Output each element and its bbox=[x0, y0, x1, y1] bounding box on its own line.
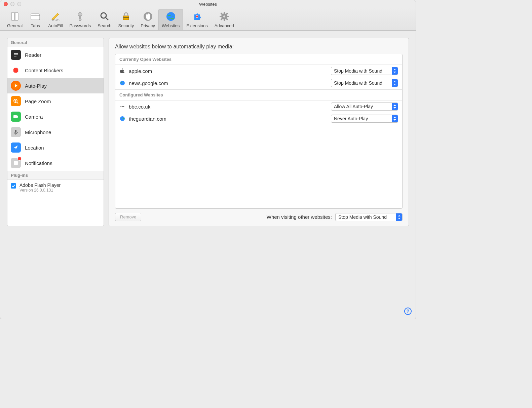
sidebar-item-auto-play[interactable]: Auto-Play bbox=[7, 78, 104, 93]
microphone-icon bbox=[11, 127, 21, 137]
svg-point-20 bbox=[223, 15, 225, 17]
select-value: Allow All Auto-Play bbox=[334, 104, 373, 109]
tab-general[interactable]: General bbox=[4, 9, 26, 30]
gear-icon bbox=[218, 10, 230, 23]
globe-favicon bbox=[119, 116, 125, 122]
plugin-info: Adobe Flash Player Version 26.0.0.131 bbox=[20, 182, 61, 193]
apple-favicon bbox=[119, 68, 125, 74]
window-title: Websites bbox=[0, 2, 416, 7]
tab-extensions[interactable]: Extensions bbox=[183, 9, 211, 30]
tab-label: Search bbox=[98, 23, 111, 28]
open-websites-header: Currently Open Websites bbox=[115, 54, 402, 65]
website-domain: apple.com bbox=[129, 68, 328, 74]
website-setting-select[interactable]: Stop Media with Sound bbox=[331, 79, 398, 87]
window-icon bbox=[29, 10, 41, 23]
svg-rect-43 bbox=[14, 161, 18, 165]
help-button[interactable]: ? bbox=[404, 308, 412, 315]
tab-label: Advanced bbox=[215, 23, 234, 28]
tab-label: Privacy bbox=[141, 23, 155, 28]
sidebar-section-general: General bbox=[7, 38, 104, 47]
website-setting-select[interactable]: Allow All Auto-Play bbox=[331, 103, 398, 111]
other-websites-label: When visiting other websites: bbox=[267, 214, 332, 220]
tab-tabs[interactable]: Tabs bbox=[26, 9, 45, 30]
remove-button[interactable]: Remove bbox=[115, 213, 141, 221]
svg-rect-9 bbox=[79, 19, 82, 20]
plugin-row-flash[interactable]: Adobe Flash Player Version 26.0.0.131 bbox=[7, 180, 104, 195]
svg-rect-38 bbox=[13, 115, 17, 118]
plugin-name: Adobe Flash Player bbox=[20, 182, 61, 188]
notification-badge bbox=[17, 157, 22, 161]
sidebar-item-camera[interactable]: Camera bbox=[7, 109, 104, 124]
tab-security[interactable]: Security bbox=[115, 9, 137, 30]
other-websites-control: When visiting other websites: Stop Media… bbox=[267, 213, 403, 221]
tab-passwords[interactable]: Passwords bbox=[66, 9, 94, 30]
sidebar-item-location[interactable]: Location bbox=[7, 140, 104, 155]
tab-search[interactable]: Search bbox=[94, 9, 115, 30]
bbc-favicon: BBC bbox=[119, 104, 125, 110]
camera-icon bbox=[11, 112, 21, 122]
sidebar-item-label: Auto-Play bbox=[25, 83, 47, 89]
settings-sidebar: General Reader Content Blockers Auto-Pla… bbox=[7, 38, 104, 226]
svg-rect-2 bbox=[31, 14, 40, 20]
website-row-guardian[interactable]: theguardian.com Never Auto-Play bbox=[115, 113, 402, 125]
sidebar-item-reader[interactable]: Reader bbox=[7, 47, 104, 63]
configured-websites-header: Configured Websites bbox=[115, 89, 402, 100]
svg-marker-32 bbox=[13, 68, 18, 73]
sidebar-item-label: Camera bbox=[25, 114, 43, 120]
website-row-bbc[interactable]: BBC bbc.co.uk Allow All Auto-Play bbox=[115, 100, 402, 113]
tab-label: Websites bbox=[162, 23, 180, 28]
svg-line-25 bbox=[221, 13, 222, 14]
select-stepper-icon bbox=[396, 213, 402, 221]
svg-rect-1 bbox=[14, 13, 15, 20]
magnifier-icon bbox=[99, 10, 111, 23]
button-label: Remove bbox=[120, 214, 136, 219]
tab-label: AutoFill bbox=[48, 23, 63, 28]
switch-icon bbox=[9, 10, 21, 23]
website-row-apple[interactable]: apple.com Stop Media with Sound bbox=[115, 65, 402, 77]
sidebar-item-content-blockers[interactable]: Content Blockers bbox=[7, 63, 104, 78]
svg-marker-42 bbox=[14, 146, 18, 150]
select-value: Stop Media with Sound bbox=[334, 80, 382, 86]
website-setting-select[interactable]: Never Auto-Play bbox=[331, 115, 398, 123]
hand-icon bbox=[142, 10, 154, 23]
website-row-news-google[interactable]: news.google.com Stop Media with Sound bbox=[115, 77, 402, 89]
tab-autofill[interactable]: AutoFill bbox=[45, 9, 66, 30]
svg-line-11 bbox=[106, 17, 108, 20]
svg-line-28 bbox=[226, 13, 228, 14]
preferences-window: Websites General Tabs AutoFill Passwords bbox=[0, 0, 416, 319]
tab-websites[interactable]: Websites bbox=[158, 9, 183, 30]
tab-advanced[interactable]: Advanced bbox=[211, 9, 237, 30]
svg-point-10 bbox=[101, 13, 106, 18]
key-icon bbox=[74, 10, 86, 23]
sidebar-item-microphone[interactable]: Microphone bbox=[7, 124, 104, 140]
svg-line-27 bbox=[221, 18, 222, 20]
website-setting-select[interactable]: Stop Media with Sound bbox=[331, 67, 398, 75]
main-heading: Allow websites below to automatically pl… bbox=[115, 44, 403, 50]
plugin-checkbox[interactable] bbox=[11, 183, 16, 189]
svg-rect-40 bbox=[15, 130, 16, 133]
lock-icon bbox=[120, 10, 132, 23]
svg-marker-39 bbox=[17, 115, 18, 118]
play-icon bbox=[11, 81, 21, 91]
website-domain: news.google.com bbox=[129, 80, 328, 86]
content-area: General Reader Content Blockers Auto-Pla… bbox=[0, 31, 416, 233]
select-stepper-icon bbox=[392, 115, 398, 122]
tab-privacy[interactable]: Privacy bbox=[137, 9, 158, 30]
tab-label: Security bbox=[118, 23, 134, 28]
plugin-version: Version 26.0.0.131 bbox=[20, 188, 61, 193]
main-panel: Allow websites below to automatically pl… bbox=[109, 38, 409, 226]
main-footer: Remove When visiting other websites: Sto… bbox=[115, 213, 403, 221]
select-stepper-icon bbox=[392, 79, 398, 87]
svg-marker-33 bbox=[15, 84, 17, 87]
sidebar-item-label: Location bbox=[25, 145, 44, 151]
sidebar-item-label: Reader bbox=[25, 52, 41, 58]
stop-icon bbox=[11, 65, 21, 75]
sidebar-item-notifications[interactable]: Notifications bbox=[7, 155, 104, 171]
pencil-icon bbox=[49, 10, 62, 23]
sidebar-item-page-zoom[interactable]: Page Zoom bbox=[7, 93, 104, 109]
sidebar-item-label: Content Blockers bbox=[25, 68, 63, 73]
sidebar-item-label: Microphone bbox=[25, 129, 51, 135]
titlebar: Websites bbox=[0, 0, 416, 8]
other-websites-select[interactable]: Stop Media with Sound bbox=[335, 213, 403, 221]
zoom-icon bbox=[11, 96, 21, 106]
